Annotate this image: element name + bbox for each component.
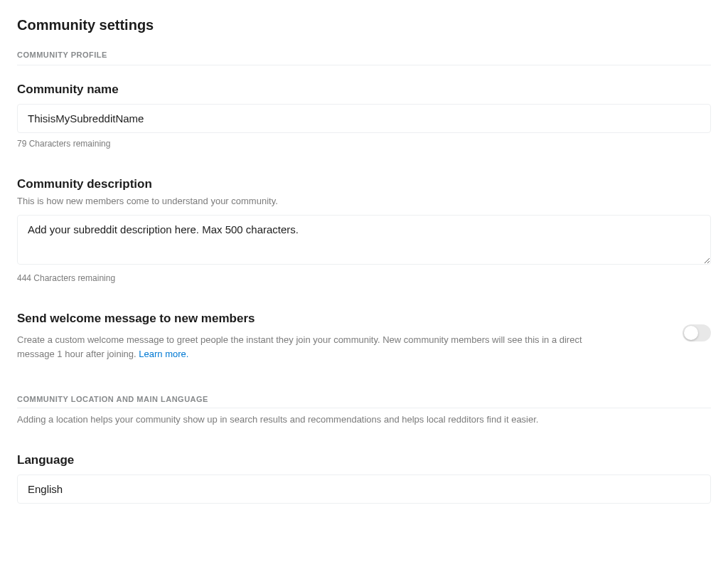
section-location-desc: Adding a location helps your community s…: [17, 414, 711, 425]
welcome-message-desc: Create a custom welcome message to greet…: [17, 333, 597, 361]
community-name-remaining: 79 Characters remaining: [17, 139, 711, 149]
page-title: Community settings: [17, 17, 711, 33]
community-description-group: Community description This is how new me…: [17, 177, 711, 283]
toggle-knob: [684, 326, 698, 340]
community-name-group: Community name 79 Characters remaining: [17, 83, 711, 149]
language-input[interactable]: [17, 474, 711, 504]
learn-more-link[interactable]: Learn more.: [139, 349, 188, 359]
community-description-remaining: 444 Characters remaining: [17, 273, 711, 283]
welcome-message-label: Send welcome message to new members: [17, 312, 597, 326]
community-description-label: Community description: [17, 177, 711, 191]
community-name-input[interactable]: [17, 104, 711, 133]
section-header-location: COMMUNITY LOCATION AND MAIN LANGUAGE: [17, 395, 711, 408]
language-label: Language: [17, 453, 711, 467]
welcome-message-row: Send welcome message to new members Crea…: [17, 312, 711, 361]
language-group: Language: [17, 453, 711, 504]
community-name-label: Community name: [17, 83, 711, 97]
section-header-profile: COMMUNITY PROFILE: [17, 51, 711, 65]
welcome-message-toggle[interactable]: [682, 324, 711, 341]
welcome-message-desc-text: Create a custom welcome message to greet…: [17, 334, 582, 359]
community-description-helper: This is how new members come to understa…: [17, 196, 711, 206]
community-description-input[interactable]: [17, 215, 711, 265]
